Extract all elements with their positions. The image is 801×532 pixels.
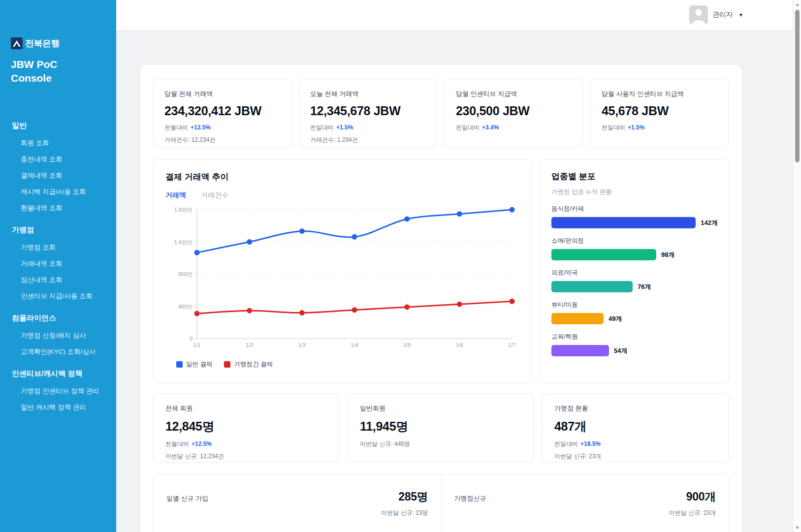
industry-bar-group: 뷰티/미용 49개 [551, 301, 718, 324]
chevron-down-icon[interactable]: ▼ [738, 12, 743, 18]
svg-text:1.8천만: 1.8천만 [174, 207, 192, 213]
sidebar-section-title: 일반 [12, 121, 112, 130]
stat-card-user-incentive: 당월 사용자 인센티브 지급액 45,678 JBW 전일대비+1.5% [590, 79, 729, 148]
daily-new-merchants: 가맹점신규 900개 이번달 신규: 23개 [442, 474, 729, 532]
compare-value: +1.5% [628, 124, 644, 131]
avatar [689, 5, 708, 24]
bar-value: 76개 [638, 282, 651, 291]
svg-text:1/3: 1/3 [298, 342, 306, 348]
sidebar-item[interactable]: 정산내역 조회 [21, 276, 112, 284]
console-title: JBW PoC Console [11, 58, 80, 85]
bar-label: 소매/편의점 [551, 237, 718, 245]
sidebar-item[interactable]: 환불내역 조회 [21, 204, 112, 213]
bar-value: 98개 [661, 250, 674, 259]
sidebar-item[interactable]: 충전내역 조회 [21, 155, 112, 164]
svg-text:1.4천만: 1.4천만 [174, 239, 192, 245]
stat-label: 당월 인센티브 지급액 [456, 90, 572, 98]
svg-text:900만: 900만 [178, 271, 192, 277]
sidebar-item[interactable]: 캐시백 지급/사용 조회 [21, 188, 112, 196]
chart-legend: 일반 결제 가맹점간 결제 [165, 360, 519, 369]
line-chart: 0450만900만1.4천만1.8천만1/11/21/31/41/51/61/7 [165, 203, 519, 358]
stat-card-incentive: 당월 인센티브 지급액 230,500 JBW 전일대비+3.4% [445, 79, 583, 148]
industry-subtitle: 가맹점 업종 누적 현황 [551, 188, 718, 196]
svg-text:1/1: 1/1 [193, 342, 200, 348]
scroll-up-icon[interactable]: ▲ [793, 2, 801, 7]
legend-label: 가맹점간 결제 [234, 360, 272, 369]
payment-trend-card: 결제 거래액 추이 거래액 거래건수 0450만900만1.4천만1.8천만1/… [153, 159, 532, 383]
daily-sub: 이번달 신규: 23개 [454, 509, 716, 517]
svg-text:1/2: 1/2 [246, 342, 253, 348]
stat-card-total-members: 전체 회원 12,845명 전월대비+12.5% 이번달 신규: 12,234건 [153, 393, 340, 463]
industry-bar-group: 음식점/카페 142개 [551, 205, 718, 228]
bank-logo-icon [11, 37, 23, 49]
scroll-down-icon[interactable]: ▼ [793, 525, 801, 530]
user-menu[interactable]: 관리자 ▼ [689, 5, 743, 24]
tab-count[interactable]: 거래건수 [201, 191, 228, 200]
svg-text:1/7: 1/7 [508, 342, 515, 348]
compare-label: 전월대비 [165, 440, 189, 447]
chart-title: 결제 거래액 추이 [165, 171, 519, 183]
stat-card-merchant-status: 가맹점 현황 487개 전일대비+18.5% 이번달 신규: 23개 [542, 393, 729, 463]
stat-label: 당월 사용자 인센티브 지급액 [602, 90, 717, 98]
sidebar-item[interactable]: 결제내역 조회 [21, 171, 112, 180]
daily-sub: 이번달 신규: 23명 [166, 509, 428, 517]
bar [551, 217, 696, 228]
stat-value: 234,320,412 JBW [164, 104, 280, 118]
svg-text:1/4: 1/4 [351, 342, 358, 348]
stat-card-general-members: 일반회원 11,945명 이번달 신규: 445명 [348, 393, 534, 463]
bar-value: 54개 [614, 346, 627, 355]
daily-value: 285명 [398, 489, 428, 504]
compare-value: +3.4% [482, 124, 499, 131]
compare-label: 전일대비 [456, 124, 480, 131]
svg-text:450만: 450만 [178, 304, 192, 310]
stat-value: 230,500 JBW [456, 104, 572, 118]
compare-value: +1.5% [336, 124, 353, 131]
compare-value: +12.5% [192, 440, 212, 447]
sidebar-item[interactable]: 고객확인(KYC) 조회/심사 [21, 347, 112, 356]
sidebar-item[interactable]: 회원 조회 [21, 139, 112, 148]
bar-value: 49개 [609, 314, 622, 323]
daily-label: 가맹점신규 [454, 494, 686, 503]
sidebar-item[interactable]: 가맹점 신청/해지 심사 [21, 331, 112, 340]
compare-label: 전일대비 [310, 124, 334, 131]
stat-sub: 이번달 신규: 445명 [360, 440, 522, 448]
stat-value: 45,678 JBW [602, 104, 717, 118]
chart-tabs: 거래액 거래건수 [165, 191, 519, 200]
industry-bar-group: 교육/학원 54개 [551, 333, 718, 356]
stat-sub: 이번달 신규: 12,234건 [165, 452, 327, 461]
daily-new-members: 일별 신규 가입 285명 이번달 신규: 23명 [154, 474, 441, 532]
top-stat-cards: 당월 전체 거래액 234,320,412 JBW 전월대비+12.5% 거래건… [153, 79, 729, 148]
sidebar-item[interactable]: 거래내역 조회 [21, 259, 112, 268]
svg-text:1/6: 1/6 [456, 342, 463, 348]
tab-amount[interactable]: 거래액 [165, 191, 186, 200]
industry-bar-group: 소매/편의점 98개 [551, 237, 718, 260]
industry-bar-group: 의료/약국 76개 [551, 269, 718, 292]
bar [551, 281, 633, 292]
compare-value: +18.5% [580, 440, 601, 447]
scrollbar-thumb[interactable] [795, 10, 800, 162]
bar-label: 음식점/카페 [551, 205, 718, 213]
legend-swatch-merchant [224, 361, 230, 368]
bar-label: 교육/학원 [551, 333, 718, 341]
legend-label: 일반 결제 [186, 360, 212, 369]
bank-logo: 전북은행 [11, 37, 60, 49]
bar-label: 의료/약국 [551, 269, 718, 277]
sidebar-nav: 일반 회원 조회 충전내역 조회 결제내역 조회 캐시백 지급/사용 조회 환불… [12, 121, 112, 419]
sidebar: 전북은행 JBW PoC Console 일반 회원 조회 충전내역 조회 결제… [0, 0, 116, 532]
industry-title: 업종별 분포 [551, 171, 718, 182]
compare-value: +12.5% [191, 124, 211, 131]
compare-label: 전월대비 [164, 124, 188, 131]
sidebar-item[interactable]: 인센티브 지급/사용 조회 [21, 292, 112, 301]
stat-value: 12,345,678 JBW [310, 104, 426, 118]
stat-label: 가맹점 현황 [554, 404, 716, 413]
bar [551, 313, 604, 324]
stat-card-today-total: 오늘 전체 거래액 12,345,678 JBW 전일대비+1.5% 거래건수:… [299, 79, 437, 148]
stat-value: 12,845명 [165, 418, 327, 435]
top-header: 관리자 ▼ [116, 0, 793, 31]
sidebar-item[interactable]: 가맹점 인센티브 정책 관리 [21, 387, 112, 396]
svg-text:0: 0 [190, 336, 192, 342]
page-scrollbar[interactable]: ▲ ▼ [793, 0, 801, 532]
stat-value: 11,945명 [360, 418, 522, 435]
sidebar-item[interactable]: 일반 캐시백 정책 관리 [21, 403, 112, 412]
sidebar-item[interactable]: 가맹점 조회 [21, 243, 112, 252]
